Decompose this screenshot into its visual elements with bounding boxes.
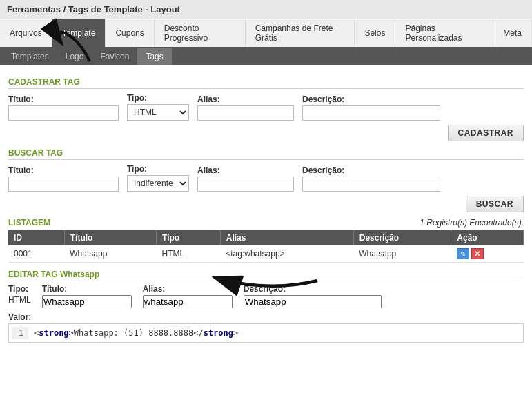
buscar-button[interactable]: BUSCAR [466,196,524,212]
buscar-descricao-input[interactable] [302,177,440,192]
editar-titulo-group: Título: [42,284,132,308]
buscar-btn-row: BUSCAR [8,196,524,212]
cadastrar-titulo-input[interactable] [8,105,119,121]
editar-tipo-label: Tipo: [8,284,31,294]
line-number: 1 [12,327,28,339]
title-text: Ferramentas / Tags de Template - Layout [7,4,180,14]
sub-nav: Templates Logo Favicon Tags [0,48,532,65]
col-acao: Ação [451,230,524,245]
row-titulo: Whatsapp [64,245,156,263]
editar-titulo-input[interactable] [42,295,132,308]
listagem-header: LISTAGEM 1 Registro(s) Encontrado(s). [8,218,524,228]
nav-cupons[interactable]: Cupons [106,19,154,47]
buscar-descricao-label: Descrição: [302,165,440,175]
editar-fields-row: Tipo: HTML Título: Alias: Descrição: [8,284,524,308]
nav-selos[interactable]: Selos [355,19,395,47]
valor-section: Valor: 1 <strong>Whatsapp: (51) 8888.888… [8,312,524,343]
cadastrar-descricao-input[interactable] [302,105,440,121]
editar-titulo-label: Título: [42,284,132,294]
buscar-section-header: BUSCAR TAG [8,148,524,160]
nav-arquivos[interactable]: Arquivos [0,19,52,47]
cadastrar-alias-label: Alias: [197,94,294,104]
cadastrar-button[interactable]: CADASTRAR [448,125,524,141]
editar-descricao-input[interactable] [244,295,382,308]
buscar-titulo-label: Título: [8,165,119,175]
nav-template[interactable]: Template [52,19,106,47]
nav-meta[interactable]: Meta [493,19,532,47]
cadastrar-descricao-label: Descrição: [302,94,440,104]
cadastrar-btn-row: CADASTRAR [8,125,524,141]
sub-favicon[interactable]: Favicon [92,48,137,65]
code-editor: 1 <strong>Whatsapp: (51) 8888.8888</stro… [8,323,524,343]
col-descricao: Descrição [353,230,451,245]
table-header-row: ID Título Tipo Alias Descrição Ação [8,230,524,245]
edit-icon[interactable]: ✎ [457,248,469,259]
editar-alias-group: Alias: [143,284,233,308]
buscar-alias-group: Alias: [197,165,294,192]
listagem-title: LISTAGEM [8,218,50,228]
editar-alias-label: Alias: [143,284,233,294]
valor-label: Valor: [8,312,524,322]
editar-section-header: EDITAR TAG Whatsapp [8,270,524,281]
nav-desconto[interactable]: Desconto Progressivo [155,19,246,47]
listagem-count: 1 Registro(s) Encontrado(s). [420,218,524,228]
table-row: 0001 Whatsapp HTML <tag:whatsapp> Whatsa… [8,245,524,263]
buscar-tipo-group: Tipo: Indiferente HTML Text Image [127,164,189,192]
buscar-form-row: Título: Tipo: Indiferente HTML Text Imag… [8,164,524,192]
row-tipo: HTML [157,245,221,263]
cadastrar-descricao-group: Descrição: [302,94,440,121]
listagem-table: ID Título Tipo Alias Descrição Ação 0001… [8,230,524,263]
cadastrar-section-header: CADASTRAR TAG [8,77,524,89]
row-acao: ✎ ✕ [451,245,524,263]
editar-descricao-group: Descrição: [244,284,382,308]
action-icons: ✎ ✕ [457,248,518,259]
code-content: <strong>Whatsapp: (51) 8888.8888</strong… [28,327,244,339]
buscar-alias-input[interactable] [197,177,294,192]
cadastrar-alias-input[interactable] [197,105,294,121]
cadastrar-titulo-label: Título: [8,94,119,104]
cadastrar-tipo-label: Tipo: [127,93,189,103]
col-alias: Alias [220,230,353,245]
col-id: ID [8,230,64,245]
row-id: 0001 [8,245,64,263]
buscar-alias-label: Alias: [197,165,294,175]
cadastrar-form-row: Título: Tipo: HTML Text Image Alias: Des… [8,93,524,121]
main-nav: Arquivos Template Cupons Desconto Progre… [0,19,532,48]
col-titulo: Título [64,230,156,245]
editar-descricao-label: Descrição: [244,284,382,294]
row-descricao: Whatsapp [353,245,451,263]
buscar-tipo-label: Tipo: [127,164,189,174]
row-alias: <tag:whatsapp> [220,245,353,263]
editar-tipo-group: Tipo: HTML [8,284,31,308]
nav-campanhas[interactable]: Campanhas de Frete Grátis [246,19,355,47]
sub-tags[interactable]: Tags [137,48,171,65]
sub-logo[interactable]: Logo [57,48,92,65]
delete-icon[interactable]: ✕ [471,248,484,259]
editar-tipo-value: HTML [8,295,31,305]
nav-paginas[interactable]: Páginas Personalizadas [395,19,493,47]
title-bar: Ferramentas / Tags de Template - Layout [0,0,532,19]
buscar-tipo-select[interactable]: Indiferente HTML Text Image [127,175,189,192]
cadastrar-tipo-select[interactable]: HTML Text Image [127,104,189,121]
buscar-titulo-input[interactable] [8,177,119,192]
editar-alias-input[interactable] [143,295,233,308]
buscar-titulo-group: Título: [8,165,119,192]
cadastrar-alias-group: Alias: [197,94,294,121]
cadastrar-tipo-group: Tipo: HTML Text Image [127,93,189,121]
buscar-descricao-group: Descrição: [302,165,440,192]
col-tipo: Tipo [157,230,221,245]
sub-templates[interactable]: Templates [3,48,57,65]
content-area: CADASTRAR TAG Título: Tipo: HTML Text Im… [0,65,532,348]
cadastrar-titulo-group: Título: [8,94,119,121]
